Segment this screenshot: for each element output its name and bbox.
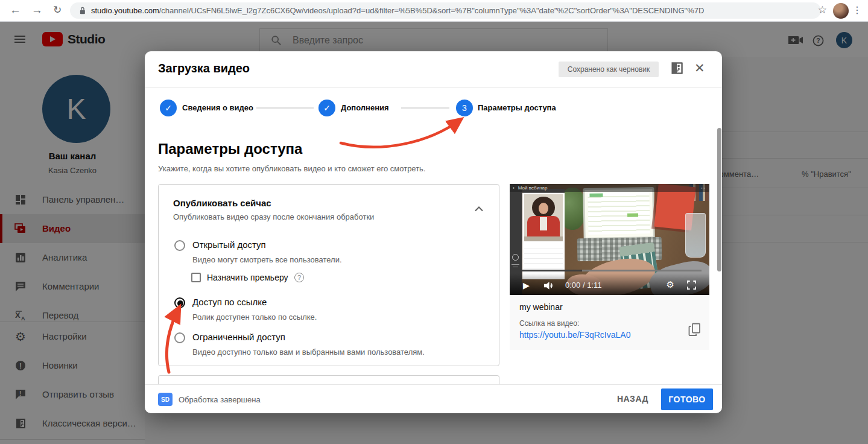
video-info-panel: my webinar Ссылка на видео: https://yout… (510, 295, 709, 350)
modal-scrollbar-thumb[interactable] (717, 128, 721, 271)
player-controls: ▶ 0:00 / 1:11 ⚙ (510, 273, 709, 295)
annotation-arrow-radio (160, 302, 196, 377)
upload-video-dialog: Загрузка видео Сохранено как черновик ✕ … (145, 51, 722, 413)
premiere-help-icon[interactable]: ? (294, 273, 304, 282)
processing-status: Обработка завершена (179, 395, 261, 404)
webcam-panel (522, 189, 565, 279)
video-player[interactable]: ‹Мой вебинар ▫▫ ▶ 0:00 / 1:11 ⚙ (510, 184, 709, 295)
player-topbar: ‹Мой вебинар ▫▫ (510, 184, 709, 192)
address-bar[interactable]: studio.youtube.com/channel/UCsFN6L5lwE_l… (70, 2, 821, 19)
url-domain: studio.youtube.com (91, 6, 159, 15)
fullscreen-icon[interactable] (687, 281, 696, 290)
done-button[interactable]: ГОТОВО (661, 388, 713, 410)
step-details-circle[interactable]: ✓ (160, 100, 177, 116)
forward-icon[interactable]: → (31, 2, 43, 18)
back-icon[interactable]: ← (10, 2, 21, 18)
video-name: my webinar (519, 302, 563, 312)
option-private-label[interactable]: Ограниченный доступ (192, 332, 285, 342)
player-title: Мой вебинар (518, 185, 548, 191)
chevron-up-icon[interactable] (475, 206, 483, 212)
radio-public[interactable] (174, 240, 185, 251)
premiere-label[interactable]: Назначить премьеру (207, 273, 288, 282)
back-button[interactable]: НАЗАД (617, 394, 648, 404)
browser-chrome: ← → ↻ studio.youtube.com/channel/UCsFN6L… (0, 0, 868, 22)
lock-icon (78, 6, 86, 15)
screen: ← → ↻ studio.youtube.com/channel/UCsFN6L… (0, 0, 868, 444)
dialog-title: Загрузка видео (158, 62, 250, 75)
page-subheading: Укажите, когда вы хотите опубликовать ви… (158, 164, 426, 173)
schedule-card-collapsed[interactable] (158, 375, 499, 384)
premiere-checkbox[interactable] (191, 273, 201, 282)
annotation-arrow-step (326, 109, 474, 160)
page-heading: Параметры доступа (158, 141, 302, 157)
draft-saved-badge: Сохранено как черновик (559, 62, 659, 77)
option-unlisted-desc: Ролик доступен только по ссылке. (192, 312, 317, 322)
player-settings-icon[interactable]: ⚙ (667, 279, 674, 290)
option-public-label[interactable]: Открытый доступ (192, 239, 266, 250)
step-connector (256, 107, 314, 109)
header-divider (145, 87, 722, 88)
open-in-classic-icon[interactable] (670, 62, 683, 75)
option-public-desc: Видео могут смотреть все пользователи. (192, 255, 342, 264)
back-chevron-icon: ‹ (513, 185, 515, 191)
volume-icon[interactable] (543, 281, 556, 290)
dialog-footer: SD Обработка завершена НАЗАД ГОТОВО (145, 384, 722, 413)
time-display: 0:00 / 1:11 (565, 281, 601, 290)
video-link[interactable]: https://youtu.be/F3qRcIvaLA0 (519, 330, 630, 340)
video-link-label: Ссылка на видео: (519, 319, 579, 328)
play-icon[interactable]: ▶ (523, 281, 530, 290)
url-path: /channel/UCsFN6L5lwE_l2g7Zc6CX6Qw/videos… (159, 6, 705, 15)
check-icon: ✓ (165, 103, 172, 113)
step-details-label[interactable]: Сведения о видео (182, 103, 253, 112)
step-visibility-label[interactable]: Параметры доступа (478, 103, 556, 112)
browser-menu-icon[interactable]: ⋮ (852, 2, 862, 18)
option-private-desc: Видео доступно только вам и выбранным ва… (192, 347, 425, 357)
publish-card-title: Опубликовать сейчас (173, 198, 271, 208)
copy-link-icon[interactable] (688, 323, 701, 337)
browser-profile-avatar[interactable] (833, 3, 849, 19)
close-icon[interactable]: ✕ (694, 61, 705, 75)
publish-card-subtitle: Опубликовать видео сразу после окончания… (173, 212, 374, 221)
option-unlisted-label[interactable]: Доступ по ссылке (192, 297, 267, 307)
bookmark-star-icon[interactable]: ☆ (818, 2, 827, 18)
publish-now-card: Опубликовать сейчас Опубликовать видео с… (158, 184, 499, 366)
reload-icon[interactable]: ↻ (53, 2, 62, 18)
player-top-icons: ▫▫ (701, 184, 706, 192)
sd-quality-badge: SD (158, 393, 173, 406)
